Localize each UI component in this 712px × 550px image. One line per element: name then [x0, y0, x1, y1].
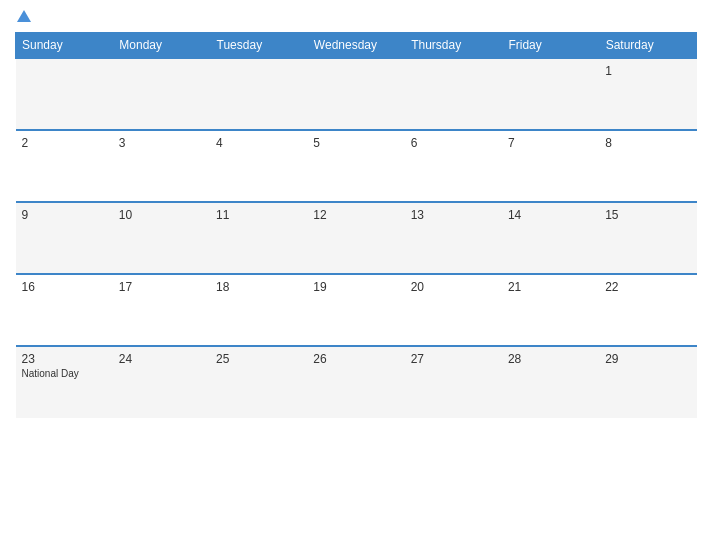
day-number: 11 — [216, 208, 301, 222]
day-number: 23 — [22, 352, 107, 366]
calendar-cell: 4 — [210, 130, 307, 202]
day-number: 9 — [22, 208, 107, 222]
calendar-cell: 29 — [599, 346, 696, 418]
calendar-cell: 3 — [113, 130, 210, 202]
calendar-week-row: 16171819202122 — [16, 274, 697, 346]
logo — [15, 10, 31, 24]
calendar-cell — [502, 58, 599, 130]
day-number: 29 — [605, 352, 690, 366]
day-number: 4 — [216, 136, 301, 150]
weekday-header-row: SundayMondayTuesdayWednesdayThursdayFrid… — [16, 33, 697, 59]
day-number: 3 — [119, 136, 204, 150]
calendar-cell: 2 — [16, 130, 113, 202]
calendar-cell: 14 — [502, 202, 599, 274]
day-number: 12 — [313, 208, 398, 222]
calendar-week-row: 2345678 — [16, 130, 697, 202]
day-number: 10 — [119, 208, 204, 222]
calendar-cell: 13 — [405, 202, 502, 274]
calendar-cell: 5 — [307, 130, 404, 202]
calendar-week-row: 23National Day242526272829 — [16, 346, 697, 418]
calendar-container: SundayMondayTuesdayWednesdayThursdayFrid… — [0, 0, 712, 550]
weekday-header-saturday: Saturday — [599, 33, 696, 59]
calendar-cell: 22 — [599, 274, 696, 346]
day-number: 19 — [313, 280, 398, 294]
weekday-header-monday: Monday — [113, 33, 210, 59]
day-number: 15 — [605, 208, 690, 222]
weekday-header-tuesday: Tuesday — [210, 33, 307, 59]
day-number: 21 — [508, 280, 593, 294]
day-number: 20 — [411, 280, 496, 294]
calendar-cell: 12 — [307, 202, 404, 274]
calendar-cell: 8 — [599, 130, 696, 202]
calendar-cell: 7 — [502, 130, 599, 202]
day-number: 18 — [216, 280, 301, 294]
calendar-cell — [405, 58, 502, 130]
day-number: 6 — [411, 136, 496, 150]
calendar-week-row: 9101112131415 — [16, 202, 697, 274]
calendar-cell — [113, 58, 210, 130]
calendar-cell: 15 — [599, 202, 696, 274]
calendar-week-row: 1 — [16, 58, 697, 130]
weekday-header-sunday: Sunday — [16, 33, 113, 59]
calendar-header — [15, 10, 697, 24]
day-number: 13 — [411, 208, 496, 222]
day-number: 22 — [605, 280, 690, 294]
calendar-cell — [16, 58, 113, 130]
day-number: 26 — [313, 352, 398, 366]
calendar-cell: 27 — [405, 346, 502, 418]
calendar-cell: 10 — [113, 202, 210, 274]
calendar-cell: 9 — [16, 202, 113, 274]
calendar-cell: 16 — [16, 274, 113, 346]
holiday-label: National Day — [22, 368, 107, 379]
day-number: 8 — [605, 136, 690, 150]
day-number: 1 — [605, 64, 690, 78]
weekday-header-friday: Friday — [502, 33, 599, 59]
calendar-cell: 23National Day — [16, 346, 113, 418]
logo-triangle-icon — [17, 10, 31, 22]
day-number: 28 — [508, 352, 593, 366]
calendar-cell: 18 — [210, 274, 307, 346]
calendar-cell: 25 — [210, 346, 307, 418]
day-number: 25 — [216, 352, 301, 366]
day-number: 14 — [508, 208, 593, 222]
calendar-cell — [210, 58, 307, 130]
calendar-cell: 21 — [502, 274, 599, 346]
calendar-cell: 1 — [599, 58, 696, 130]
calendar-cell: 26 — [307, 346, 404, 418]
day-number: 5 — [313, 136, 398, 150]
day-number: 24 — [119, 352, 204, 366]
calendar-cell: 19 — [307, 274, 404, 346]
day-number: 16 — [22, 280, 107, 294]
calendar-cell: 6 — [405, 130, 502, 202]
calendar-cell — [307, 58, 404, 130]
day-number: 2 — [22, 136, 107, 150]
weekday-header-wednesday: Wednesday — [307, 33, 404, 59]
weekday-header-thursday: Thursday — [405, 33, 502, 59]
calendar-cell: 20 — [405, 274, 502, 346]
calendar-cell: 24 — [113, 346, 210, 418]
day-number: 17 — [119, 280, 204, 294]
calendar-cell: 11 — [210, 202, 307, 274]
calendar-cell: 28 — [502, 346, 599, 418]
day-number: 27 — [411, 352, 496, 366]
day-number: 7 — [508, 136, 593, 150]
calendar-grid: SundayMondayTuesdayWednesdayThursdayFrid… — [15, 32, 697, 418]
calendar-cell: 17 — [113, 274, 210, 346]
